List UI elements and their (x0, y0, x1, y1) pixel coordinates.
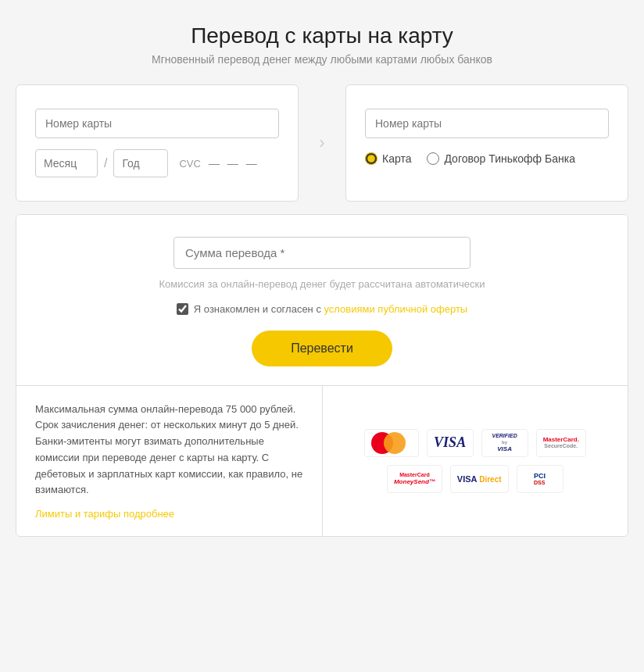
page: Перевод с карты на карту Мгновенный пере… (0, 0, 644, 560)
amount-section: Комиссия за онлайн-перевод денег будет р… (16, 215, 628, 386)
header: Перевод с карты на карту Мгновенный пере… (16, 23, 628, 66)
oferta-link[interactable]: условиями публичной оферты (324, 303, 468, 315)
payment-logos: VISA VERIFIED by VISA MasterCard. Secure… (342, 429, 610, 493)
bottom-card: Комиссия за онлайн-перевод денег будет р… (16, 214, 628, 537)
info-row: Максимальная сумма онлайн-перевода 75 00… (16, 386, 628, 537)
cvc-dashes: — — — (209, 157, 259, 170)
source-card-number-input[interactable] (35, 109, 279, 138)
mc-securecode-logo: MasterCard. SecureCode. (536, 429, 586, 457)
page-subtitle: Мгновенный перевод денег между любыми ка… (16, 53, 628, 66)
info-right: VISA VERIFIED by VISA MasterCard. Secure… (323, 386, 628, 537)
info-text: Максимальная сумма онлайн-перевода 75 00… (35, 402, 303, 499)
card-transfer-row: / CVC — — — › Карта Договор Тинькофф Бан… (16, 84, 628, 202)
limits-link[interactable]: Лимиты и тарифы подробнее (35, 508, 174, 520)
date-slash: / (102, 156, 109, 170)
oferta-prefix: Я ознакомлен и согласен с (194, 303, 324, 315)
arrow-container: › (299, 84, 345, 202)
radio-contract-label: Договор Тинькофф Банка (444, 152, 574, 165)
amount-input-wrap (174, 237, 470, 269)
amount-input[interactable] (174, 237, 470, 269)
visa-direct-logo: VISA Direct (450, 465, 509, 493)
mc-moneysend-logo: MasterCard MoneySend™ (387, 465, 442, 493)
oferta-checkbox-row: Я ознакомлен и согласен с условиями публ… (35, 303, 609, 315)
pci-dss-logo: PCI DSS (517, 465, 564, 493)
transfer-arrow-icon: › (319, 133, 324, 153)
info-left: Максимальная сумма онлайн-перевода 75 00… (16, 386, 323, 537)
dest-card-number-input[interactable] (365, 109, 609, 138)
oferta-label: Я ознакомлен и согласен с условиями публ… (194, 303, 467, 315)
dest-card-panel: Карта Договор Тинькофф Банка (345, 84, 628, 202)
radio-card-input[interactable] (365, 152, 377, 165)
dest-card-radio-row: Карта Договор Тинькофф Банка (365, 152, 609, 165)
radio-card-label: Карта (382, 152, 411, 165)
verified-by-visa-logo: VERIFIED by VISA (481, 429, 528, 457)
source-card-year-input[interactable] (113, 149, 168, 177)
source-card-bottom: / CVC — — — (35, 149, 279, 177)
radio-card-option[interactable]: Карта (365, 152, 411, 165)
radio-contract-option[interactable]: Договор Тинькофф Банка (427, 152, 574, 165)
transfer-button[interactable]: Перевести (252, 331, 392, 366)
source-card-month-input[interactable] (35, 149, 98, 177)
commission-text: Комиссия за онлайн-перевод денег будет р… (35, 277, 609, 292)
oferta-checkbox[interactable] (177, 303, 188, 315)
radio-contract-input[interactable] (427, 152, 439, 165)
source-card-panel: / CVC — — — (16, 84, 299, 202)
page-title: Перевод с карты на карту (16, 23, 628, 48)
mastercard-logo (364, 429, 419, 457)
cvc-label: CVC (179, 158, 200, 170)
visa-logo: VISA (427, 429, 474, 457)
